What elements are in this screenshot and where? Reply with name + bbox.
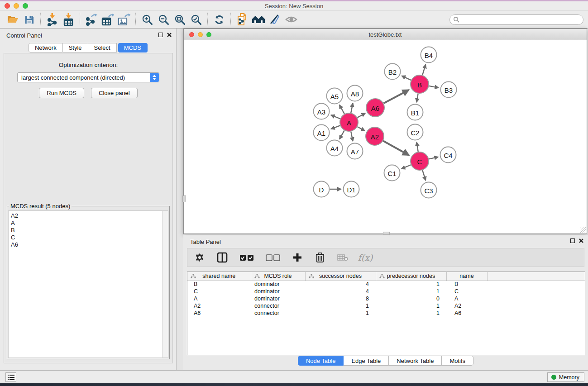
table-row[interactable]: A2connector11A2 — [187, 302, 585, 310]
network-vertical-scroll-thumb[interactable] — [182, 195, 186, 202]
table-cell[interactable]: A — [187, 295, 251, 302]
table-cell[interactable]: A2 — [187, 302, 251, 310]
close-panel-icon[interactable] — [167, 33, 172, 37]
table-cell[interactable]: dominator — [251, 281, 305, 288]
graph-edge-C-C4[interactable] — [429, 157, 438, 159]
column-header-shared-name[interactable]: shared name — [187, 272, 251, 281]
table-settings-gear-icon[interactable] — [194, 252, 206, 263]
table-cell[interactable]: connector — [251, 310, 305, 317]
table-row[interactable]: Bdominator41B — [187, 281, 585, 288]
show-columns-icon[interactable] — [216, 252, 228, 263]
import-table-icon[interactable] — [60, 12, 76, 27]
graph-edge-C-C1[interactable] — [402, 165, 411, 169]
export-network-icon[interactable] — [83, 12, 100, 27]
import-network-icon[interactable] — [44, 12, 60, 27]
graph-edge-A-A6[interactable] — [357, 113, 365, 118]
table-cell[interactable]: 1 — [376, 302, 446, 310]
task-history-button[interactable] — [5, 372, 16, 382]
table-float-panel-icon[interactable] — [570, 238, 575, 243]
table-cell[interactable]: A6 — [187, 310, 251, 317]
table-row[interactable]: Cdominator41C — [187, 288, 585, 295]
mcds-list-scrollbar[interactable] — [162, 211, 168, 357]
memory-button[interactable]: Memory — [547, 372, 584, 382]
network-close-button[interactable] — [189, 32, 194, 37]
table-cell[interactable]: C — [446, 288, 487, 295]
zoom-window-button[interactable] — [23, 3, 28, 9]
column-header-predecessor-nodes[interactable]: predecessor nodes — [376, 272, 446, 281]
tab-select[interactable]: Select — [88, 43, 117, 52]
visibility-eye-icon[interactable] — [283, 12, 299, 27]
graph-edge-A-A7[interactable] — [351, 132, 353, 141]
minimize-window-button[interactable] — [14, 3, 19, 9]
table-cell[interactable]: 1 — [305, 310, 376, 317]
graph-edge-B-B4[interactable] — [422, 65, 425, 75]
graph-edge-A-A8[interactable] — [351, 103, 353, 113]
table-cell[interactable]: A6 — [446, 310, 487, 317]
close-panel-button[interactable]: Close panel — [91, 88, 138, 98]
table-cell[interactable]: 1 — [376, 281, 446, 288]
network-zoom-button[interactable] — [206, 32, 211, 37]
graph-edge-A-A5[interactable] — [339, 105, 344, 114]
network-minimize-button[interactable] — [198, 32, 203, 37]
table-cell[interactable]: 4 — [305, 281, 376, 288]
graph-edge-B-B2[interactable] — [402, 76, 411, 81]
hide-graphics-details-icon[interactable] — [267, 12, 283, 27]
delete-column-trash-icon[interactable] — [314, 252, 326, 263]
column-header-successor-nodes[interactable]: successor nodes — [305, 272, 376, 281]
table-cell[interactable]: 4 — [305, 288, 376, 295]
home-icon[interactable] — [250, 12, 267, 27]
tab-mcds[interactable]: MCDS — [118, 43, 148, 52]
graph-edge-C-C2[interactable] — [416, 142, 418, 152]
table-cell[interactable]: connector — [251, 302, 305, 310]
tab-style[interactable]: Style — [63, 43, 88, 52]
graph-edge-A-A3[interactable] — [331, 115, 340, 119]
close-window-button[interactable] — [5, 3, 10, 9]
graph-edge-C-C3[interactable] — [422, 170, 425, 180]
deselect-all-icon[interactable] — [265, 252, 281, 263]
table-cell[interactable]: C — [187, 288, 251, 295]
network-resize-grip[interactable] — [580, 227, 586, 233]
network-graph[interactable]: B4B2BB3A5A8A6B1A3AA1C2A2A4A7C4CC1C3DD1 — [184, 40, 587, 234]
table-cell[interactable]: dominator — [251, 288, 305, 295]
export-table-icon[interactable] — [100, 12, 116, 27]
criterion-dropdown[interactable]: largest connected component (directed) — [17, 72, 159, 82]
zoom-fit-icon[interactable] — [172, 12, 188, 27]
table-cell[interactable]: A — [446, 295, 487, 302]
table-row[interactable]: A6connector11A6 — [187, 310, 585, 317]
graph-edge-A-A2[interactable] — [357, 127, 365, 131]
tab-motifs[interactable]: Motifs — [442, 356, 473, 366]
table-cell[interactable]: 0 — [376, 295, 446, 302]
zoom-out-icon[interactable] — [155, 12, 172, 27]
table-close-panel-icon[interactable] — [579, 238, 583, 243]
graph-edge-A-A1[interactable] — [331, 125, 340, 129]
open-session-icon[interactable] — [5, 12, 21, 27]
select-all-icon[interactable] — [239, 252, 254, 263]
table-cell[interactable]: A2 — [446, 302, 487, 310]
table-cell[interactable]: dominator — [251, 295, 305, 302]
tab-node-table[interactable]: Node Table — [298, 356, 344, 366]
graph-edge-A2-C[interactable] — [383, 141, 409, 155]
table-row[interactable]: Adominator80A — [187, 295, 585, 302]
clone-network-icon[interactable] — [234, 12, 250, 27]
add-column-icon[interactable] — [292, 252, 303, 263]
zoom-selected-icon[interactable] — [188, 12, 204, 27]
column-header-name[interactable]: name — [446, 272, 487, 281]
table-cell[interactable]: B — [187, 281, 251, 288]
network-window-titlebar[interactable]: testGlobe.txt — [184, 29, 587, 40]
graph-edge-B-B3[interactable] — [429, 86, 439, 88]
table-cell[interactable]: 8 — [305, 295, 376, 302]
tab-network-table[interactable]: Network Table — [389, 356, 442, 366]
graph-edge-A6-B[interactable] — [384, 90, 409, 104]
save-session-icon[interactable] — [21, 12, 37, 27]
table-cell[interactable]: 1 — [376, 310, 446, 317]
graph-edge-A-A4[interactable] — [339, 130, 344, 139]
search-input[interactable] — [449, 14, 583, 25]
refresh-icon[interactable] — [211, 12, 227, 27]
export-image-icon[interactable] — [116, 12, 132, 27]
table-cell[interactable]: 1 — [305, 302, 376, 310]
network-horizontal-scroll-thumb[interactable] — [383, 232, 390, 235]
tab-network[interactable]: Network — [29, 43, 63, 52]
network-canvas[interactable]: B4B2BB3A5A8A6B1A3AA1C2A2A4A7C4CC1C3DD1 — [184, 40, 587, 234]
zoom-in-icon[interactable] — [139, 12, 155, 27]
float-panel-icon[interactable] — [158, 33, 163, 37]
